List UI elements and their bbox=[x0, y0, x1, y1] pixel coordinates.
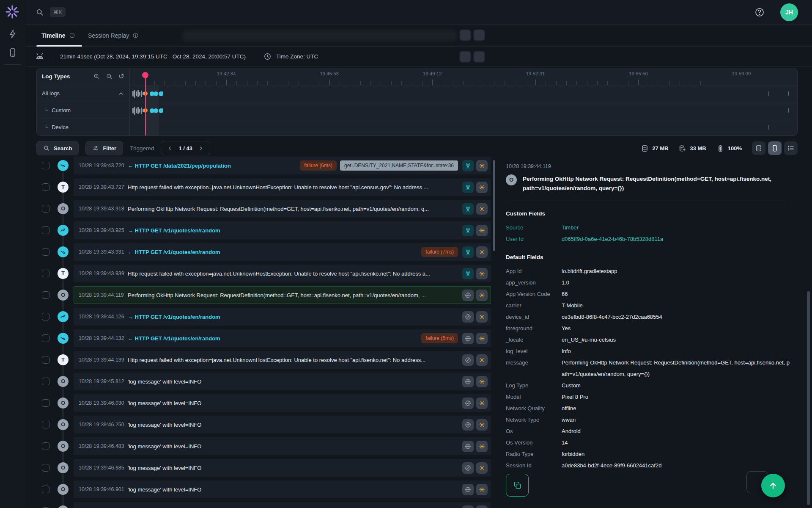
log-row-card[interactable]: 10/28 19:39:43.925→ HTTP GET /v1/quotes/… bbox=[74, 221, 491, 239]
log-row-card[interactable]: 10/28 19:39:46.901'log message' with lev… bbox=[74, 480, 491, 498]
log-list-scrollbar[interactable] bbox=[493, 160, 495, 251]
sun-button[interactable] bbox=[476, 290, 488, 301]
log-row[interactable]: O10/28 19:39:43.918Performing OkHttp Net… bbox=[36, 200, 491, 218]
timeline-track[interactable] bbox=[130, 119, 797, 136]
cell-tower-button[interactable] bbox=[462, 182, 474, 193]
cell-tower-button[interactable] bbox=[462, 225, 474, 236]
sun-button[interactable] bbox=[476, 441, 488, 452]
log-row-checkbox[interactable] bbox=[42, 291, 49, 299]
sun-button[interactable] bbox=[476, 376, 488, 387]
offline-globe-button[interactable] bbox=[462, 441, 474, 452]
offline-globe-button[interactable] bbox=[462, 398, 474, 409]
tab-timeline[interactable]: Timeline bbox=[41, 25, 75, 46]
log-row[interactable]: 10/28 19:39:43.925→ HTTP GET /v1/quotes/… bbox=[36, 221, 491, 239]
chevron-up-icon[interactable] bbox=[118, 90, 124, 97]
log-row[interactable]: O10/28 19:39:4'log message' with level=I… bbox=[36, 502, 491, 508]
log-row-checkbox[interactable] bbox=[42, 334, 49, 342]
offline-globe-button[interactable] bbox=[462, 462, 474, 474]
log-row[interactable]: O10/28 19:39:46.030'log message' with le… bbox=[36, 394, 491, 412]
sun-button[interactable] bbox=[476, 225, 488, 236]
log-row[interactable]: 10/28 19:39:44.126→ HTTP GET /v1/quotes/… bbox=[36, 308, 491, 326]
log-row[interactable]: T10/28 19:39:44.139Http request failed w… bbox=[36, 351, 491, 369]
timeline-track[interactable] bbox=[130, 102, 797, 119]
log-row[interactable]: T10/28 19:39:43.939Http request failed w… bbox=[36, 265, 491, 282]
search-button[interactable]: Search bbox=[36, 141, 79, 155]
timeline-log-type-row[interactable]: └Custom bbox=[37, 102, 129, 119]
copy-fields-button[interactable] bbox=[506, 474, 529, 497]
zoom-in-icon[interactable] bbox=[93, 73, 100, 80]
offline-globe-button[interactable] bbox=[462, 505, 474, 508]
log-row[interactable]: 10/28 19:39:43.931← HTTP GET /v1/quotes/… bbox=[36, 243, 491, 261]
log-row-checkbox[interactable] bbox=[42, 226, 49, 234]
log-row-checkbox[interactable] bbox=[42, 183, 49, 191]
log-row-card[interactable]: 10/28 19:39:43.727Http request failed wi… bbox=[74, 178, 491, 196]
timeline-log-type-row[interactable]: All logs bbox=[37, 85, 129, 102]
search-shortcut-badge[interactable]: ⌘K bbox=[50, 7, 66, 17]
log-row[interactable]: 10/28 19:39:44.132← HTTP GET /v1/quotes/… bbox=[36, 329, 491, 347]
offline-globe-button[interactable] bbox=[462, 290, 474, 301]
redacted-button[interactable] bbox=[474, 51, 485, 62]
log-row[interactable]: O10/28 19:39:46.483'log message' with le… bbox=[36, 437, 491, 455]
log-row-checkbox[interactable] bbox=[42, 378, 49, 385]
workflows-nav-icon[interactable] bbox=[8, 29, 18, 39]
sun-button[interactable] bbox=[476, 484, 488, 495]
data-view-button[interactable] bbox=[752, 141, 765, 155]
log-row[interactable]: 10/28 19:39:43.720← HTTP GET /data/2021/… bbox=[36, 157, 491, 174]
log-row[interactable]: O10/28 19:39:46.250'log message' with le… bbox=[36, 416, 491, 433]
zoom-out-icon[interactable] bbox=[106, 73, 113, 80]
redacted-button[interactable] bbox=[460, 51, 471, 62]
offline-globe-button[interactable] bbox=[462, 311, 474, 323]
log-row-checkbox[interactable] bbox=[42, 399, 49, 407]
sun-button[interactable] bbox=[476, 311, 488, 323]
sessions-nav-icon[interactable] bbox=[8, 47, 18, 58]
log-row-card[interactable]: 10/28 19:39:45.812'log message' with lev… bbox=[74, 373, 491, 390]
search-icon[interactable] bbox=[36, 8, 44, 17]
log-row[interactable]: O10/28 19:39:45.812'log message' with le… bbox=[36, 373, 491, 390]
log-row-card[interactable]: 10/28 19:39:44.126→ HTTP GET /v1/quotes/… bbox=[74, 308, 491, 326]
offline-globe-button[interactable] bbox=[462, 376, 474, 387]
log-row-checkbox[interactable] bbox=[42, 356, 49, 364]
sun-button[interactable] bbox=[476, 333, 488, 344]
log-row-checkbox[interactable] bbox=[42, 313, 49, 320]
log-row-card[interactable]: 10/28 19:39:46.685'log message' with lev… bbox=[74, 459, 491, 477]
timeline-canvas[interactable]: 19:42:3419:45:5319:49:1219:52:3119:55:50… bbox=[130, 68, 797, 135]
playhead-handle[interactable] bbox=[142, 72, 148, 78]
log-row-card[interactable]: 10/28 19:39:4'log message' with level=IN… bbox=[74, 502, 491, 508]
offline-globe-button[interactable] bbox=[462, 354, 474, 366]
offline-globe-button[interactable] bbox=[462, 419, 474, 431]
log-row-card[interactable]: 10/28 19:39:46.483'log message' with lev… bbox=[74, 437, 491, 455]
log-row-checkbox[interactable] bbox=[42, 464, 49, 472]
log-row-card[interactable]: 10/28 19:39:46.250'log message' with lev… bbox=[74, 416, 491, 433]
sun-button[interactable] bbox=[476, 268, 488, 279]
sun-button[interactable] bbox=[476, 354, 488, 366]
timeline-log-type-row[interactable]: └Device bbox=[37, 119, 129, 136]
window-scrollbar[interactable] bbox=[807, 291, 810, 505]
log-row-card[interactable]: 10/28 19:39:44.139Http request failed wi… bbox=[74, 351, 491, 369]
offline-globe-button[interactable] bbox=[462, 333, 474, 344]
sun-button[interactable] bbox=[476, 182, 488, 193]
sun-button[interactable] bbox=[476, 203, 488, 215]
sun-button[interactable] bbox=[476, 246, 488, 258]
chevron-left-icon[interactable] bbox=[167, 145, 173, 152]
log-row-checkbox[interactable] bbox=[42, 421, 49, 428]
redacted-button[interactable] bbox=[474, 30, 485, 41]
log-row-checkbox[interactable] bbox=[42, 162, 49, 169]
sun-button[interactable] bbox=[476, 160, 488, 171]
log-row[interactable]: T10/28 19:39:43.727Http request failed w… bbox=[36, 178, 491, 196]
chevron-right-icon[interactable] bbox=[198, 145, 204, 152]
sun-button[interactable] bbox=[476, 398, 488, 409]
tab-session-replay[interactable]: Session Replay bbox=[88, 25, 139, 46]
cell-tower-button[interactable] bbox=[462, 268, 474, 279]
log-row-checkbox[interactable] bbox=[42, 442, 49, 450]
timeline-ruler[interactable]: 19:42:3419:45:5319:49:1219:52:3119:55:50… bbox=[130, 68, 797, 85]
sun-button[interactable] bbox=[476, 505, 488, 508]
sun-button[interactable] bbox=[476, 462, 488, 474]
log-row-card[interactable]: 10/28 19:39:43.918Performing OkHttp Netw… bbox=[74, 200, 491, 218]
user-avatar[interactable]: JH bbox=[780, 3, 798, 21]
timeline-track[interactable] bbox=[130, 85, 797, 102]
log-row-card[interactable]: 10/28 19:39:43.931← HTTP GET /v1/quotes/… bbox=[74, 243, 491, 261]
cell-tower-button[interactable] bbox=[462, 160, 474, 171]
cell-tower-button[interactable] bbox=[462, 246, 474, 258]
help-icon[interactable] bbox=[754, 7, 765, 17]
filter-button[interactable]: Filter bbox=[85, 141, 123, 155]
